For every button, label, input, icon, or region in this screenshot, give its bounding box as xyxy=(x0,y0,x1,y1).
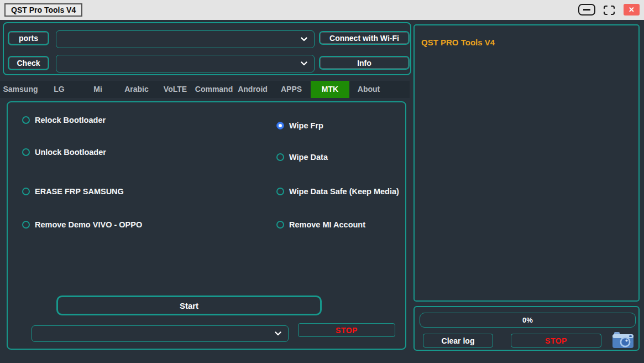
option-remove-mi-account[interactable]: Remove MI Account xyxy=(276,220,365,229)
radio-unselected-icon xyxy=(276,153,284,161)
option-relock-bootloader[interactable]: Relock Bootloader xyxy=(22,116,106,125)
ports-button[interactable]: ports xyxy=(8,31,49,45)
option-unlock-bootloader[interactable]: Unlock Bootloader xyxy=(22,148,106,157)
device-select[interactable] xyxy=(56,55,315,72)
port-select[interactable] xyxy=(56,30,315,48)
maximize-button[interactable] xyxy=(603,4,616,15)
option-wipe-data-safe[interactable]: Wipe Data Safe (Keep Media) xyxy=(276,187,399,196)
mtk-panel: Relock Bootloader Unlock Bootloader ERAS… xyxy=(7,101,406,350)
connect-wifi-button[interactable]: Connect with Wi-Fi xyxy=(319,31,410,45)
log-text: QST PRO Tools V4 xyxy=(421,38,495,47)
progress-bar: 0% xyxy=(420,313,636,328)
option-label: ERASE FRP SAMSUNG xyxy=(35,187,124,196)
mtk-stop-button[interactable]: STOP xyxy=(298,323,395,337)
chevron-down-icon xyxy=(301,61,307,66)
progress-panel: 0% Clear log STOP xyxy=(413,306,640,351)
minimize-icon xyxy=(583,9,590,11)
start-button[interactable]: Start xyxy=(56,295,322,315)
radio-unselected-icon xyxy=(22,221,30,229)
tab-arabic[interactable]: Arabic xyxy=(117,81,156,98)
option-wipe-data[interactable]: Wipe Data xyxy=(276,153,328,162)
option-label: Wipe Data Safe (Keep Media) xyxy=(289,187,399,196)
tab-android[interactable]: Android xyxy=(233,81,272,98)
option-label: Remove Demo VIVO - OPPO xyxy=(35,220,142,229)
option-erase-frp-samsung[interactable]: ERASE FRP SAMSUNG xyxy=(22,187,124,196)
maximize-icon xyxy=(603,5,615,15)
log-panel[interactable]: QST PRO Tools V4 xyxy=(413,24,640,302)
titlebar: QST Pro Tools V4 ✕ xyxy=(0,0,644,20)
camera-icon xyxy=(612,330,634,350)
chevron-down-icon xyxy=(301,37,307,42)
tab-mi[interactable]: Mi xyxy=(78,81,117,98)
check-button[interactable]: Check xyxy=(8,56,49,70)
option-label: Wipe Frp xyxy=(289,121,323,130)
option-label: Wipe Data xyxy=(289,153,328,162)
operation-select[interactable] xyxy=(32,325,289,342)
chevron-down-icon xyxy=(275,331,281,336)
close-icon: ✕ xyxy=(629,6,635,14)
connection-panel: ports Connect with Wi-Fi Check Info xyxy=(3,22,411,75)
option-label: Unlock Bootloader xyxy=(35,148,106,157)
tab-about[interactable]: About xyxy=(349,81,388,98)
radio-unselected-icon xyxy=(22,188,30,195)
radio-unselected-icon xyxy=(22,116,30,124)
tab-apps[interactable]: APPS xyxy=(272,81,311,98)
option-label: Relock Bootloader xyxy=(35,116,106,125)
radio-selected-icon xyxy=(276,122,284,129)
minimize-button[interactable] xyxy=(578,4,595,15)
tab-samsung[interactable]: Samsung xyxy=(1,81,40,98)
radio-unselected-icon xyxy=(276,188,284,195)
option-label: Remove MI Account xyxy=(289,220,365,229)
radio-unselected-icon xyxy=(276,221,284,229)
screenshot-camera-button[interactable] xyxy=(612,330,634,352)
clear-log-button[interactable]: Clear log xyxy=(423,334,493,348)
tab-mtk[interactable]: MTK xyxy=(311,81,349,98)
tab-volte[interactable]: VoLTE xyxy=(156,81,195,98)
close-button[interactable]: ✕ xyxy=(624,4,640,15)
progress-value: 0% xyxy=(522,316,533,324)
info-button[interactable]: Info xyxy=(319,56,410,70)
tab-command[interactable]: Command xyxy=(195,81,233,98)
option-wipe-frp[interactable]: Wipe Frp xyxy=(276,121,323,130)
window-title: QST Pro Tools V4 xyxy=(4,3,82,17)
tab-lg[interactable]: LG xyxy=(40,81,78,98)
option-remove-demo-vivo-oppo[interactable]: Remove Demo VIVO - OPPO xyxy=(22,220,142,229)
bottom-stop-button[interactable]: STOP xyxy=(511,334,601,348)
tab-bar: Samsung LG Mi Arabic VoLTE Command Andro… xyxy=(0,81,410,98)
radio-unselected-icon xyxy=(22,148,30,156)
